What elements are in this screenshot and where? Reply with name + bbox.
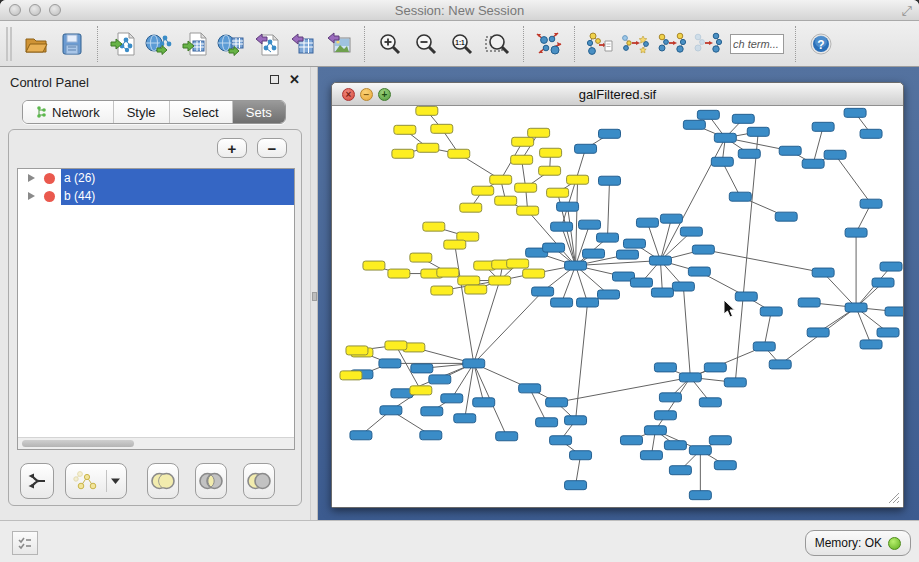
graph-node [473,398,495,407]
graph-node [697,110,719,119]
add-set-button[interactable]: + [217,138,247,158]
graph-node [860,129,882,138]
svg-text:?: ? [817,37,824,51]
graph-node [565,416,587,425]
tab-select-label: Select [183,105,219,120]
window-title: Session: New Session [0,3,919,18]
task-history-button[interactable] [12,531,38,555]
splitter-handle-icon[interactable] [312,292,317,301]
graph-node [519,384,541,393]
graph-node [511,155,533,164]
graph-node [570,451,592,460]
network-view-titlebar[interactable]: × − + galFiltered.sif [332,83,903,106]
graph-node [753,342,775,351]
graph-node [394,125,416,134]
zoom-selected-button[interactable] [480,24,516,64]
close-panel-icon[interactable]: ✕ [289,75,300,84]
remove-set-button[interactable]: − [257,138,287,158]
memory-status-button[interactable]: Memory: OK [805,530,911,556]
graph-node [724,378,746,387]
mouse-cursor [723,299,736,318]
set-label: a (26) [61,169,294,187]
network-workspace: × − + galFiltered.sif [318,67,919,520]
import-table-file-button[interactable] [177,24,213,64]
export-network-button[interactable] [249,24,285,64]
graph-node [411,364,433,373]
graph-node [732,114,754,123]
graph-node [623,239,645,248]
import-network-web-icon [145,31,173,57]
graph-node [420,431,442,440]
import-network-web-button[interactable] [141,24,177,64]
graph-node [651,288,673,297]
save-session-button[interactable] [54,24,90,64]
list-item-set-b[interactable]: b (44) [18,187,294,205]
tab-sets[interactable]: Sets [232,101,285,123]
network-view-window[interactable]: × − + galFiltered.sif [331,82,904,508]
graph-node [654,363,676,372]
help-button[interactable]: ? [803,24,839,64]
graph-node [885,307,903,316]
graph-node [880,262,902,271]
graph-node [543,243,565,252]
graph-node [845,228,867,237]
zoom-1-1-button[interactable]: 1:1 [444,24,480,64]
intersection-button[interactable] [195,463,227,499]
zoom-in-button[interactable] [372,24,408,64]
new-network-from-selection-button[interactable] [690,24,726,64]
tab-style[interactable]: Style [113,101,169,123]
graph-node [654,411,676,420]
graph-node [688,267,710,276]
panel-splitter[interactable] [310,67,318,520]
new-network-selected-nodes-edges-button[interactable] [618,24,654,64]
difference-button[interactable] [243,463,275,499]
apply-layout-button[interactable] [531,24,567,64]
graph-node [577,298,599,307]
horizontal-scrollbar[interactable] [18,437,294,449]
control-panel: Control Panel ✕ Network Style Select Set… [0,67,310,520]
graph-node [683,120,705,129]
union-button[interactable] [147,463,179,499]
tab-select[interactable]: Select [169,101,232,123]
zoom-out-button[interactable] [408,24,444,64]
graph-node [660,214,682,223]
import-network-file-button[interactable] [105,24,141,64]
graph-node [551,222,573,231]
graph-node [431,286,453,295]
graph-node [812,268,834,277]
zoom-selected-icon [484,31,512,57]
resize-grip-icon[interactable] [886,490,900,504]
list-item-set-a[interactable]: a (26) [18,169,294,187]
export-table-button[interactable] [285,24,321,64]
graph-node [363,261,385,270]
search-input[interactable] [730,34,784,54]
graph-node [598,290,620,299]
export-image-button[interactable] [321,24,357,64]
graph-node [551,298,573,307]
disclosure-triangle-icon[interactable] [28,192,35,200]
network-tab-icon [36,106,47,118]
open-session-button[interactable] [18,24,54,64]
dropdown-arrow-icon [111,477,120,485]
create-set-from-network-button[interactable] [65,463,127,499]
import-table-web-icon [217,31,245,57]
new-network-from-selection-file-button[interactable] [582,24,618,64]
split-arrows-icon [26,470,48,492]
import-table-web-button[interactable] [213,24,249,64]
graph-node [659,393,681,402]
network-canvas-svg[interactable] [332,106,903,507]
graph-node [672,282,694,291]
float-panel-icon[interactable] [270,75,279,84]
fullscreen-icon[interactable]: ⤢ [902,3,912,19]
graph-node [423,222,445,231]
split-sets-button[interactable] [20,463,54,499]
title-bar[interactable]: Session: New Session ⤢ [0,0,919,21]
scrollbar-thumb[interactable] [22,440,134,447]
new-network-selected-nodes-all-edges-button[interactable] [654,24,690,64]
graph-node [429,375,451,384]
disclosure-triangle-icon[interactable] [28,174,35,182]
graph-node [380,406,402,415]
network-canvas[interactable] [332,106,903,507]
graph-node [779,146,801,155]
tab-network[interactable]: Network [23,101,113,123]
